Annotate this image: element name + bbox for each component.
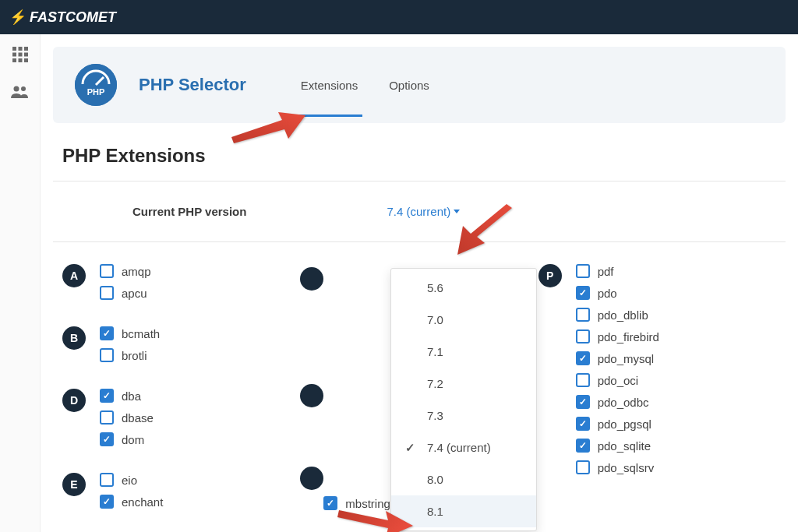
svg-marker-14 — [231, 112, 305, 143]
extension-section: Ppdfpdopdo_dblibpdo_firebirdpdo_mysqlpdo… — [538, 264, 776, 482]
extension-item: pdo_oci — [576, 373, 659, 387]
svg-point-9 — [13, 86, 19, 92]
extension-label: apcu — [122, 287, 147, 300]
svg-rect-4 — [18, 53, 22, 57]
checkbox-pdo[interactable] — [576, 286, 590, 300]
extension-item: pdo_sqlsrv — [576, 460, 659, 474]
svg-rect-8 — [24, 58, 28, 62]
extension-section: Ddbadbasedom — [62, 389, 300, 454]
letter-badge: A — [62, 264, 86, 287]
annotation-arrow — [228, 106, 305, 145]
extension-item: dbase — [100, 410, 154, 425]
tabs: Extensions Options — [299, 74, 431, 97]
extension-item: dba — [100, 389, 154, 403]
bolt-icon: ⚡ — [9, 9, 26, 26]
extension-item: pdo — [576, 286, 659, 300]
extension-label: bcmath — [122, 327, 160, 340]
checkbox-pdo_sqlite[interactable] — [576, 439, 590, 453]
users-icon[interactable] — [10, 84, 30, 103]
svg-rect-7 — [18, 58, 22, 62]
extension-label: amqp — [122, 265, 151, 278]
extension-items: bcmathbrotli — [100, 326, 160, 370]
version-current-text: 7.4 (current) — [387, 205, 450, 218]
checkbox-pdo_mysql[interactable] — [576, 351, 590, 365]
version-option[interactable]: 5.6 — [391, 272, 536, 304]
extension-items: eioenchant — [100, 473, 163, 516]
letter-badge — [300, 384, 323, 407]
top-bar: ⚡ FASTCOMET — [0, 0, 798, 34]
extension-item: pdo_sqlite — [576, 439, 659, 453]
checkbox-brotli[interactable] — [100, 348, 114, 362]
extension-label: dbase — [122, 411, 154, 425]
letter-badge — [300, 467, 323, 490]
apps-grid-icon[interactable] — [11, 45, 30, 67]
extension-item: pdo_odbc — [576, 395, 659, 409]
extension-items: amqpapcu — [100, 264, 151, 308]
extension-label: enchant — [122, 495, 163, 509]
extension-label: pdo_firebird — [598, 330, 659, 344]
checkbox-apcu[interactable] — [100, 286, 114, 300]
extension-item: eio — [100, 473, 163, 487]
extension-label: dom — [122, 433, 144, 446]
extension-item: bcmath — [100, 326, 160, 340]
extensions-col-right: Ppdfpdopdo_dblibpdo_firebirdpdo_mysqlpdo… — [538, 264, 776, 532]
checkbox-pdo_firebird[interactable] — [576, 329, 590, 344]
checkbox-amqp[interactable] — [100, 264, 114, 278]
letter-badge: E — [62, 473, 86, 496]
checkbox-pdf[interactable] — [576, 264, 590, 278]
extension-items: dbadbasedom — [100, 389, 154, 454]
version-option[interactable]: 7.0 — [391, 304, 536, 336]
extension-item: pdo_mysql — [576, 351, 659, 365]
svg-rect-0 — [12, 47, 16, 51]
checkbox-pdo_pgsql[interactable] — [576, 417, 590, 431]
extension-section: Eeioenchant — [62, 473, 300, 516]
version-option[interactable]: 7.3 — [391, 400, 536, 432]
checkbox-enchant[interactable] — [100, 495, 114, 509]
svg-rect-2 — [24, 47, 28, 51]
extension-label: brotli — [122, 349, 147, 362]
version-option[interactable]: 7.1 — [391, 336, 536, 368]
annotation-arrow — [454, 204, 516, 259]
tab-options[interactable]: Options — [387, 74, 431, 97]
version-option[interactable]: 7.4 (current) — [391, 432, 536, 463]
extension-section: Bbcmathbrotli — [62, 326, 300, 370]
extension-item: dom — [100, 432, 154, 446]
letter-badge: D — [62, 389, 86, 412]
extension-label: dba — [122, 389, 141, 403]
svg-text:PHP: PHP — [87, 87, 105, 97]
extension-item: pdo_pgsql — [576, 417, 659, 431]
checkbox-bcmath[interactable] — [100, 326, 114, 340]
checkbox-pdo_oci[interactable] — [576, 373, 590, 387]
letter-badge — [300, 267, 323, 291]
checkbox-dbase[interactable] — [100, 410, 114, 425]
extension-label: pdo_pgsql — [598, 417, 651, 431]
left-nav — [0, 34, 41, 532]
header-title: PHP Selector — [139, 75, 246, 95]
checkbox-pdo_odbc[interactable] — [576, 395, 590, 409]
version-dropdown-trigger[interactable]: 7.4 (current) — [387, 205, 460, 218]
svg-rect-1 — [18, 47, 22, 51]
checkbox-eio[interactable] — [100, 473, 114, 487]
svg-marker-16 — [337, 510, 413, 532]
svg-rect-3 — [12, 53, 16, 57]
version-option[interactable]: 8.0 — [391, 463, 536, 495]
version-dropdown[interactable]: 5.67.07.17.27.37.4 (current)8.08.1 — [390, 268, 537, 531]
extension-label: eio — [122, 474, 137, 487]
extension-label: pdo_odbc — [598, 396, 649, 409]
extension-items: pdfpdopdo_dblibpdo_firebirdpdo_mysqlpdo_… — [576, 264, 659, 482]
page-title: PHP Extensions — [41, 123, 798, 181]
checkbox-dom[interactable] — [100, 432, 114, 446]
version-row: Current PHP version 7.4 (current) — [41, 181, 798, 241]
checkbox-pdo_sqlsrv[interactable] — [576, 460, 590, 474]
php-badge-icon: PHP — [75, 64, 117, 106]
extension-label: pdo — [598, 287, 617, 300]
extension-item: pdf — [576, 264, 659, 278]
checkbox-pdo_dblib[interactable] — [576, 308, 590, 322]
brand-logo: ⚡ FASTCOMET — [9, 9, 116, 26]
extension-label: pdo_mysql — [598, 352, 655, 365]
version-option[interactable]: 7.2 — [391, 368, 536, 400]
checkbox-dba[interactable] — [100, 389, 114, 403]
brand-text: FASTCOMET — [30, 9, 116, 26]
tab-extensions[interactable]: Extensions — [299, 74, 359, 97]
svg-marker-15 — [457, 204, 512, 255]
